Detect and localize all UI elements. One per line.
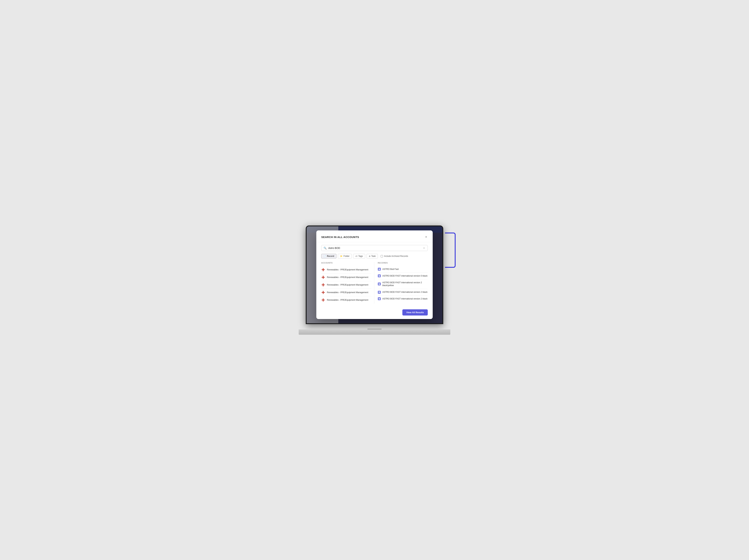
laptop-screen-bezel: SEARCH IN ALL ACCOUNTS × 🔍 ×: [306, 225, 443, 324]
list-item[interactable]: Renewables - PPE/Equipment Management: [321, 296, 371, 304]
filter-folder-label: Folder: [343, 255, 349, 257]
list-item[interactable]: Renewables - PPE/Equipment Management: [321, 273, 371, 281]
accounts-column-header: ACCOUNTS: [321, 262, 371, 264]
list-item[interactable]: 📄 ASTRO BOD FAST international version 0…: [378, 273, 428, 279]
search-clear-button[interactable]: ×: [423, 247, 425, 249]
filter-tags-label: Tags: [358, 255, 363, 257]
cross-icon: [322, 268, 325, 271]
account-icon: [321, 290, 325, 294]
account-name: Renewables - PPE/Equipment Management: [327, 291, 368, 294]
search-modal: SEARCH IN ALL ACCOUNTS × 🔍 ×: [316, 230, 433, 319]
search-icon: 🔍: [324, 247, 326, 249]
modal-header: SEARCH IN ALL ACCOUNTS ×: [316, 230, 433, 242]
blue-border-decoration: [445, 232, 456, 268]
record-name: ASTRO BOD FAST international version 2 b…: [382, 281, 428, 287]
list-item[interactable]: Renewables - PPE/Equipment Management: [321, 289, 371, 296]
account-name: Renewables - PPE/Equipment Management: [327, 284, 368, 287]
list-item[interactable]: 📄 ASTRO Bod Fast: [378, 266, 428, 273]
modal-footer: View All Results: [316, 307, 433, 319]
tags-filter-icon: 🏷: [356, 255, 357, 257]
cross-icon: [322, 276, 325, 279]
laptop-shell: SEARCH IN ALL ACCOUNTS × 🔍 ×: [299, 225, 450, 335]
cross-icon: [322, 291, 325, 294]
list-item[interactable]: 📄 ASTRO BOD FAST international version 2…: [378, 296, 428, 302]
account-icon: [321, 268, 325, 272]
include-archived-checkbox[interactable]: [381, 255, 383, 257]
laptop-base: [299, 330, 450, 335]
cross-icon: [322, 283, 325, 287]
modal-overlay: SEARCH IN ALL ACCOUNTS × 🔍 ×: [307, 226, 442, 323]
record-name: ASTRO Bod Fast: [382, 268, 399, 271]
record-file-icon: 📄: [378, 291, 381, 294]
filter-folder-button[interactable]: 📁 Folder: [338, 254, 352, 259]
list-item[interactable]: Renewables - PPE/Equipment Management: [321, 266, 371, 273]
record-file-icon: 📄: [378, 268, 381, 271]
accounts-column: ACCOUNTS Renewables - PPE/Equipment Mana…: [321, 262, 374, 304]
filter-tags-button[interactable]: 🏷 Tags: [353, 254, 365, 259]
record-file-icon: 📄: [378, 274, 381, 277]
cross-icon: [322, 298, 325, 301]
records-column: RECORDS 📄 ASTRO Bod Fast 📄 ASTRO BOD FAS…: [374, 262, 428, 304]
account-name: Renewables - PPE/Equipment Management: [327, 298, 368, 301]
account-icon: [321, 298, 325, 302]
list-item[interactable]: Renewables - PPE/Equipment Management: [321, 281, 371, 289]
record-file-icon: 📄: [378, 283, 381, 285]
include-archived-text: Include Archived Records: [384, 255, 408, 257]
modal-title: SEARCH IN ALL ACCOUNTS: [321, 236, 359, 239]
record-name: ASTRO BOD FAST international version 0 b…: [382, 274, 428, 277]
account-name: Renewables - PPE/Equipment Management: [327, 268, 368, 271]
laptop-inner-screen: SEARCH IN ALL ACCOUNTS × 🔍 ×: [307, 226, 442, 323]
filter-task-label: Task: [371, 255, 376, 257]
record-filter-icon: 📄: [324, 255, 326, 257]
filter-record-button[interactable]: 📄 Record: [321, 254, 337, 259]
search-input[interactable]: [328, 247, 423, 249]
view-all-results-button[interactable]: View All Results: [402, 309, 428, 315]
records-column-header: RECORDS: [378, 262, 428, 264]
record-name: ASTRO BOD FAST international version 2 b…: [382, 291, 428, 294]
account-icon: [321, 283, 325, 287]
list-item[interactable]: 📄 ASTRO BOD FAST international version 2…: [378, 279, 428, 289]
modal-body: 🔍 × 📄 Record 📁 Fold: [316, 242, 433, 307]
record-name: ASTRO BOD FAST international version 2 b…: [382, 297, 428, 300]
search-bar: 🔍 ×: [321, 245, 428, 251]
account-name: Renewables - PPE/Equipment Management: [327, 276, 368, 279]
folder-filter-icon: 📁: [340, 255, 343, 257]
filter-task-button[interactable]: ⊘ Task: [367, 254, 378, 259]
record-file-icon: 📄: [378, 297, 381, 300]
account-icon: [321, 275, 325, 279]
list-item[interactable]: 📄 ASTRO BOD FAST international version 2…: [378, 289, 428, 296]
task-filter-icon: ⊘: [369, 255, 370, 257]
include-archived-label[interactable]: Include Archived Records: [381, 255, 408, 257]
filter-record-label: Record: [327, 255, 334, 257]
results-columns: ACCOUNTS Renewables - PPE/Equipment Mana…: [321, 262, 428, 304]
filter-bar: 📄 Record 📁 Folder 🏷 Tags: [321, 254, 428, 259]
modal-close-button[interactable]: ×: [424, 234, 428, 239]
